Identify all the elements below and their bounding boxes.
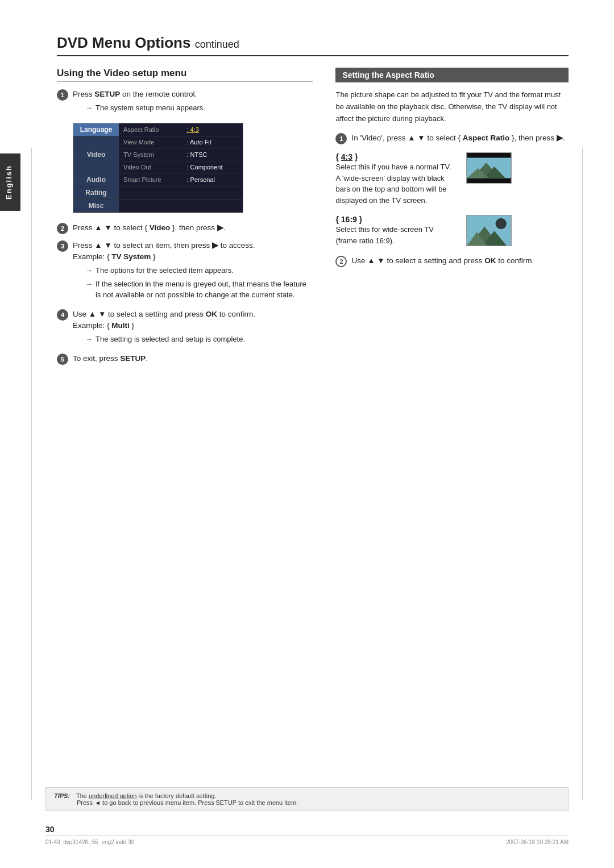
menu-row-viewmode: View Mode : Auto Fit [73,136,243,148]
left-section-heading: Using the Video setup menu [57,68,313,82]
page-title: DVD Menu Options continued [57,34,569,52]
aspect-169-svg [467,215,511,246]
right-step-2-number: 2 [335,256,347,267]
step-5: 5 To exit, press SETUP. [57,353,313,365]
right-step-1-content: In 'Video', press ▲ ▼ to select { Aspect… [351,132,569,144]
step-2: 2 Press ▲ ▼ to select { Video }, then pr… [57,222,313,234]
step-1-number: 1 [57,89,68,101]
svg-point-11 [496,218,507,229]
menu-key-rating-empty [119,186,182,199]
menu-row-video-tvsystem: Video TV System : NTSC [73,148,243,161]
aspect-169-image [466,215,512,246]
footer-left: 01-43_dvp3142K_55_eng2.indd 30 [45,839,134,845]
menu-val-viewmode: : Auto Fit [182,136,243,148]
aspect-43-label: { 4:3 } [335,152,455,161]
menu-val-misc-empty [182,199,243,212]
step-3: 3 Press ▲ ▼ to select an item, then pres… [57,240,313,303]
aspect-169-header: { 16:9 } Select this for wide-screen TV … [335,215,569,246]
menu-table: Language Aspect Ratio : 4:3 View Mode : … [73,123,243,213]
step-2-number: 2 [57,223,68,234]
menu-row-language-aspect: Language Aspect Ratio : 4:3 [73,123,243,136]
arrow-icon: → [85,102,96,114]
menu-label-language: Language [73,123,119,136]
page-number: 30 [45,825,55,834]
menu-key-aspect: Aspect Ratio [119,123,182,136]
arrow-icon-2: → [85,265,96,276]
menu-key-viewmode: View Mode [119,136,182,148]
tips-line2: Press ◄ to go back to previous menu item… [77,799,298,806]
menu-screenshot: Language Aspect Ratio : 4:3 View Mode : … [73,123,313,213]
aspect-43-desc: Select this if you have a normal TV. A '… [335,161,455,206]
menu-row-rating: Rating [73,186,243,199]
menu-key-videoout: Video Out [119,161,182,173]
tips-label: TIPS: [54,792,70,799]
main-content: Using the Video setup menu 1 Press SETUP… [57,68,569,371]
right-box-heading: Setting the Aspect Ratio [335,68,569,82]
menu-label-audio: Audio [73,173,119,186]
menu-row-misc: Misc [73,199,243,212]
right-intro-text: The picture shape can be adjusted to fit… [335,89,569,124]
right-step-2: 2 Use ▲ ▼ to select a setting and press … [335,255,569,267]
step-3-sub-1: → The options for the selected item appe… [85,265,313,276]
menu-key-smartpic: Smart Picture [119,173,182,186]
arrow-icon-3: → [85,279,96,290]
step-3-content: Press ▲ ▼ to select an item, then press … [73,240,313,303]
svg-rect-1 [467,153,511,158]
left-column: Using the Video setup menu 1 Press SETUP… [57,68,313,371]
footer-info: 01-43_dvp3142K_55_eng2.indd 30 2007-06-1… [45,835,569,845]
aspect-43-svg [467,153,511,183]
step-3-number: 3 [57,240,68,252]
step-4-number: 4 [57,309,68,321]
svg-rect-2 [467,178,511,184]
step-5-content: To exit, press SETUP. [73,353,313,364]
aspect-43-image [466,152,512,184]
footer-right: 2007-06-18 10:28:21 AM [506,839,569,845]
menu-label-misc: Misc [73,199,119,212]
step-1: 1 Press SETUP on the remote control. → T… [57,89,313,116]
arrow-icon-4: → [85,334,96,345]
tips-line1: The underlined option is the factory def… [76,792,216,799]
menu-label-empty2 [73,161,119,173]
menu-label-video: Video [73,148,119,161]
menu-val-tvsystem: : NTSC [182,148,243,161]
menu-row-videoout: Video Out : Component [73,161,243,173]
menu-box: Language Aspect Ratio : 4:3 View Mode : … [73,123,243,213]
aspect-169-label: { 16:9 } [335,215,455,224]
menu-label-rating: Rating [73,186,119,199]
right-step-2-content: Use ▲ ▼ to select a setting and press OK… [351,255,569,267]
step-2-content: Press ▲ ▼ to select { Video }, then pres… [73,222,313,234]
menu-key-misc-empty [119,199,182,212]
aspect-43-option: { 4:3 } Select this if you have a normal… [335,152,569,206]
right-column: Setting the Aspect Ratio The picture sha… [335,68,569,371]
step-4-sub-1: → The setting is selected and setup is c… [85,334,313,345]
step-1-sub: → The system setup menu appears. [85,102,313,114]
step-3-sub-2: → If the selection in the menu is greyed… [85,279,313,301]
menu-val-videoout: : Component [182,161,243,173]
step-1-content: Press SETUP on the remote control. → The… [73,89,313,116]
aspect-43-header: { 4:3 } Select this if you have a normal… [335,152,569,206]
step-4-content: Use ▲ ▼ to select a setting and press OK… [73,309,313,347]
aspect-169-option: { 16:9 } Select this for wide-screen TV … [335,215,569,246]
page-title-section: DVD Menu Options continued [57,34,569,56]
menu-key-tvsystem: TV System [119,148,182,161]
menu-val-rating-empty [182,186,243,199]
menu-row-audio-smartpic: Audio Smart Picture : Personal [73,173,243,186]
aspect-169-desc: Select this for wide-screen TV (frame ra… [335,224,455,246]
tips-section: TIPS: The underlined option is the facto… [45,787,569,811]
step-5-number: 5 [57,354,68,365]
menu-val-smartpic: : Personal [182,173,243,186]
menu-val-aspect: : 4:3 [182,123,243,136]
right-step-1: 1 In 'Video', press ▲ ▼ to select { Aspe… [335,132,569,144]
step-4: 4 Use ▲ ▼ to select a setting and press … [57,309,313,347]
menu-label-empty1 [73,136,119,148]
right-step-1-number: 1 [335,133,347,144]
